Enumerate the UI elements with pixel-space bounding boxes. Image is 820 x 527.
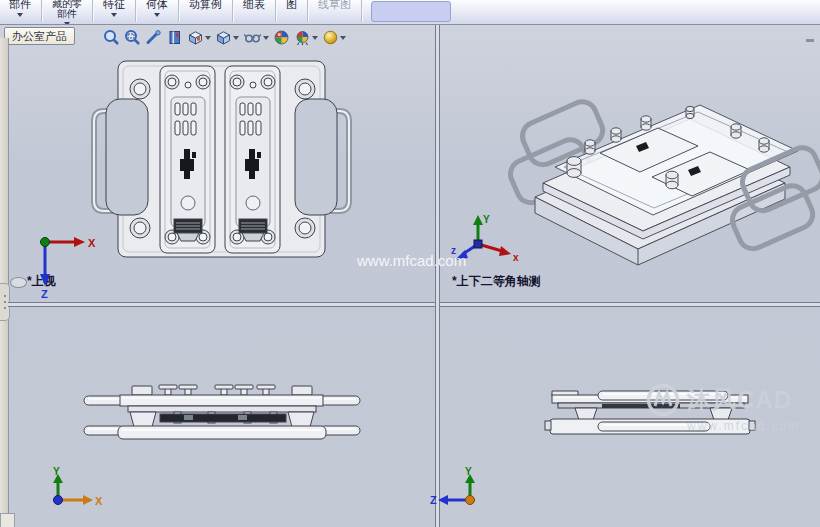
resize-grip[interactable] bbox=[0, 513, 15, 527]
ribbon-button-component[interactable]: 部件 bbox=[0, 0, 40, 24]
axis-label-z: Z bbox=[41, 288, 48, 300]
command-manager-ribbon: 部件 藏的零 部件 特征 何体 动算例 细表 图 线草图 bbox=[0, 0, 820, 25]
dropdown-caret-icon bbox=[154, 13, 160, 17]
ribbon-button-label: 线草图 bbox=[318, 0, 351, 10]
ribbon-button-motion-study[interactable]: 动算例 bbox=[180, 0, 231, 24]
axis-label-x: X bbox=[88, 237, 96, 249]
watermark-logo-title: 沐风CAD bbox=[687, 384, 792, 416]
ribbon-separator bbox=[361, 0, 362, 22]
ribbon-separator bbox=[178, 0, 179, 22]
ribbon-button-hidden-components[interactable]: 藏的零 部件 bbox=[43, 0, 91, 24]
axis-label-z: Z bbox=[430, 494, 437, 506]
ribbon-button-exploded-view[interactable]: 图 bbox=[277, 0, 306, 24]
front-view-model[interactable] bbox=[84, 385, 360, 439]
isometric-view-model[interactable] bbox=[506, 97, 820, 265]
axis-label-y: Y bbox=[53, 466, 60, 477]
ribbon-separator bbox=[307, 0, 308, 22]
annotation-icon bbox=[10, 277, 27, 288]
ribbon-button-explode-line-sketch[interactable]: 线草图 bbox=[309, 0, 360, 24]
graphics-area: 办公室产品 bbox=[0, 24, 820, 527]
ribbon-highlighted-blank-button[interactable] bbox=[371, 1, 451, 22]
triad-bottom-right: Y Z bbox=[430, 465, 504, 525]
ribbon-button-label: 动算例 bbox=[189, 0, 222, 10]
dropdown-caret-icon bbox=[17, 13, 23, 17]
mfcad-logo-icon bbox=[645, 382, 681, 418]
ribbon-button-label: 图 bbox=[286, 0, 297, 10]
handle-dot bbox=[4, 301, 6, 303]
handle-dot bbox=[4, 295, 6, 297]
axis-label-y: Y bbox=[483, 214, 490, 225]
ribbon-button-label: 部件 bbox=[57, 9, 77, 19]
ribbon-button-bom[interactable]: 细表 bbox=[234, 0, 274, 24]
ribbon-button-label: 何体 bbox=[146, 0, 168, 10]
ribbon-button-reference-geometry[interactable]: 何体 bbox=[137, 0, 177, 24]
triad-top-right: Y x z bbox=[450, 211, 524, 285]
ribbon-separator bbox=[41, 0, 42, 22]
watermark-center: www.mfcad.com bbox=[357, 252, 466, 269]
axis-label-x: x bbox=[513, 252, 519, 263]
triad-top-left: X Z bbox=[30, 230, 100, 300]
triad-bottom-left: Y X bbox=[40, 465, 104, 525]
ribbon-separator bbox=[275, 0, 276, 22]
watermark-logo-subtitle: www.mfcad.com bbox=[687, 419, 800, 433]
dropdown-caret-icon bbox=[111, 13, 117, 17]
ribbon-button-label: 部件 bbox=[9, 0, 31, 10]
ribbon-separator bbox=[232, 0, 233, 22]
watermark-logo: 沐风CAD www.mfcad.com bbox=[645, 382, 800, 433]
axis-label-y: Y bbox=[465, 466, 472, 477]
ribbon-button-label: 细表 bbox=[243, 0, 265, 10]
ribbon-button-label: 特征 bbox=[103, 0, 125, 10]
axis-label-x: X bbox=[95, 495, 103, 507]
ribbon-button-assembly-features[interactable]: 特征 bbox=[94, 0, 134, 24]
viewport-corner-mark bbox=[806, 39, 814, 42]
ribbon-separator bbox=[92, 0, 93, 22]
ribbon-separator bbox=[135, 0, 136, 22]
handle-dot bbox=[4, 307, 6, 309]
top-view-model[interactable] bbox=[94, 61, 349, 257]
